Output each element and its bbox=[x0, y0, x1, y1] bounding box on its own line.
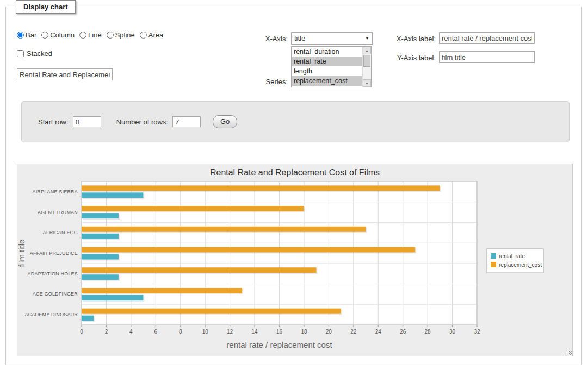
radio-option-label: Area bbox=[148, 31, 163, 39]
series-listbox[interactable]: rental_durationrental_ratelengthreplacem… bbox=[291, 46, 372, 87]
chart-type-option-spline[interactable]: Spline bbox=[107, 31, 135, 39]
radio-option-label: Spline bbox=[115, 31, 135, 39]
x-tick-label: 8 bbox=[179, 329, 182, 335]
bar-rental_rate bbox=[82, 274, 119, 280]
category-label: ADAPTATION HOLES bbox=[28, 271, 78, 277]
series-list-scrollbar[interactable]: ▲ ▼ bbox=[362, 47, 371, 87]
radio-spline[interactable] bbox=[107, 32, 114, 39]
category-label: AGENT TRUMAN bbox=[38, 210, 78, 215]
start-row-input[interactable] bbox=[73, 116, 101, 127]
number-of-rows-label: Number of rows: bbox=[116, 118, 168, 126]
select-dropdown-arrow-icon: ▼ bbox=[365, 36, 369, 41]
scroll-down-icon[interactable]: ▼ bbox=[363, 79, 371, 87]
x-axis-select[interactable]: title ▼ bbox=[291, 32, 373, 45]
x-tick-label: 12 bbox=[227, 329, 233, 335]
category-label: ACADEMY DINOSAUR bbox=[24, 312, 78, 317]
bar-rental_rate bbox=[82, 192, 143, 198]
bar-rental_rate bbox=[82, 316, 94, 321]
chart-container: Rental Rate and Replacement Cost of Film… bbox=[17, 164, 573, 356]
radio-line[interactable] bbox=[79, 32, 86, 39]
chart-title-input[interactable] bbox=[17, 68, 113, 80]
chart-type-option-line[interactable]: Line bbox=[79, 31, 102, 39]
series-option-length[interactable]: length bbox=[292, 66, 362, 76]
x-tick-label: 22 bbox=[350, 329, 357, 335]
chart-type-radio-group: BarColumnLineSplineArea bbox=[17, 31, 163, 39]
x-tick-label: 32 bbox=[474, 329, 480, 335]
panel-title: Display chart bbox=[16, 0, 76, 14]
chart-title: Rental Rate and Replacement Cost of Film… bbox=[17, 164, 572, 179]
stacked-checkbox[interactable] bbox=[17, 50, 24, 57]
chart-type-option-bar[interactable]: Bar bbox=[17, 31, 36, 39]
bar-rental_rate bbox=[82, 254, 119, 260]
series-option-rental_rate[interactable]: rental_rate bbox=[292, 57, 362, 66]
bar-replacement_cost bbox=[82, 206, 304, 211]
x-tick-label: 30 bbox=[449, 329, 456, 335]
category-label: AIRPLANE SIERRA bbox=[32, 189, 78, 195]
x-tick-label: 16 bbox=[276, 329, 283, 335]
bar-replacement_cost bbox=[82, 185, 440, 191]
radio-bar[interactable] bbox=[17, 32, 24, 39]
radio-column[interactable] bbox=[41, 32, 48, 39]
x-tick-label: 14 bbox=[252, 329, 258, 335]
category-label: AFRICAN EGG bbox=[43, 230, 78, 235]
y-axis-title: film title bbox=[17, 240, 26, 267]
legend-item-rental_rate[interactable]: rental_rate bbox=[491, 253, 525, 259]
category-label: ACE GOLDFINGER bbox=[33, 291, 78, 297]
number-of-rows-input[interactable] bbox=[172, 116, 201, 127]
series-field-label: Series: bbox=[255, 78, 288, 86]
legend-item-replacement_cost[interactable]: replacement_cost bbox=[491, 262, 542, 268]
bar-replacement_cost bbox=[82, 309, 341, 314]
x-tick-label: 4 bbox=[129, 329, 133, 335]
x-tick-label: 18 bbox=[301, 329, 307, 335]
x-axis-field-label: X-Axis: bbox=[255, 35, 288, 43]
series-option-replacement_cost[interactable]: replacement_cost bbox=[292, 76, 362, 86]
x-tick-label: 10 bbox=[202, 329, 209, 335]
x-tick-label: 2 bbox=[105, 329, 108, 335]
radio-area[interactable] bbox=[140, 32, 147, 39]
bar-rental_rate bbox=[82, 295, 143, 300]
x-tick-label: 28 bbox=[425, 329, 431, 335]
legend-swatch-rental_rate bbox=[491, 253, 496, 259]
radio-option-label: Bar bbox=[26, 31, 36, 39]
x-axis-title: rental rate / replacement cost bbox=[226, 340, 332, 349]
legend-label-rental_rate: rental_rate bbox=[499, 253, 525, 259]
scrollbar-thumb[interactable] bbox=[363, 55, 370, 67]
y-axis-label-field-label: Y-Axis label: bbox=[390, 54, 436, 62]
bar-replacement_cost bbox=[82, 227, 366, 232]
bar-replacement_cost bbox=[82, 247, 415, 253]
radio-option-label: Column bbox=[50, 31, 75, 39]
start-row-label: Start row: bbox=[38, 118, 69, 126]
stacked-label: Stacked bbox=[27, 49, 52, 58]
legend-label-replacement_cost: replacement_cost bbox=[499, 262, 542, 268]
x-tick-label: 26 bbox=[400, 329, 406, 335]
display-chart-panel: Display chart BarColumnLineSplineArea St… bbox=[5, 7, 582, 365]
scroll-up-icon[interactable]: ▲ bbox=[363, 47, 371, 54]
x-axis-label-input[interactable] bbox=[439, 32, 535, 44]
stacked-row: Stacked bbox=[17, 49, 52, 58]
row-range-panel: Start row: Number of rows: Go bbox=[21, 101, 570, 142]
bar-rental_rate bbox=[82, 234, 119, 239]
x-tick-label: 20 bbox=[326, 329, 332, 335]
go-button[interactable]: Go bbox=[213, 115, 237, 128]
x-tick-label: 0 bbox=[80, 329, 83, 335]
legend-swatch-replacement_cost bbox=[491, 262, 496, 267]
bar-replacement_cost bbox=[82, 267, 316, 273]
radio-option-label: Line bbox=[88, 31, 102, 39]
category-label: AFFAIR PREJUDICE bbox=[30, 250, 78, 256]
y-axis-label-input[interactable] bbox=[439, 51, 535, 63]
series-option-rental_duration[interactable]: rental_duration bbox=[292, 47, 362, 57]
chart-type-option-area[interactable]: Area bbox=[140, 31, 163, 39]
series-options: rental_durationrental_ratelengthreplacem… bbox=[292, 47, 362, 87]
legend-box bbox=[487, 249, 543, 273]
x-axis-label-field-label: X-Axis label: bbox=[390, 35, 436, 43]
x-axis-selected-value: title bbox=[294, 34, 305, 42]
bar-replacement_cost bbox=[82, 288, 242, 293]
x-tick-label: 24 bbox=[375, 329, 382, 335]
bar-rental_rate bbox=[82, 213, 119, 218]
chart-type-option-column[interactable]: Column bbox=[41, 31, 75, 39]
bar-chart: 02468101214161820222426283032AIRPLANE SI… bbox=[17, 179, 572, 353]
x-tick-label: 6 bbox=[154, 329, 158, 335]
